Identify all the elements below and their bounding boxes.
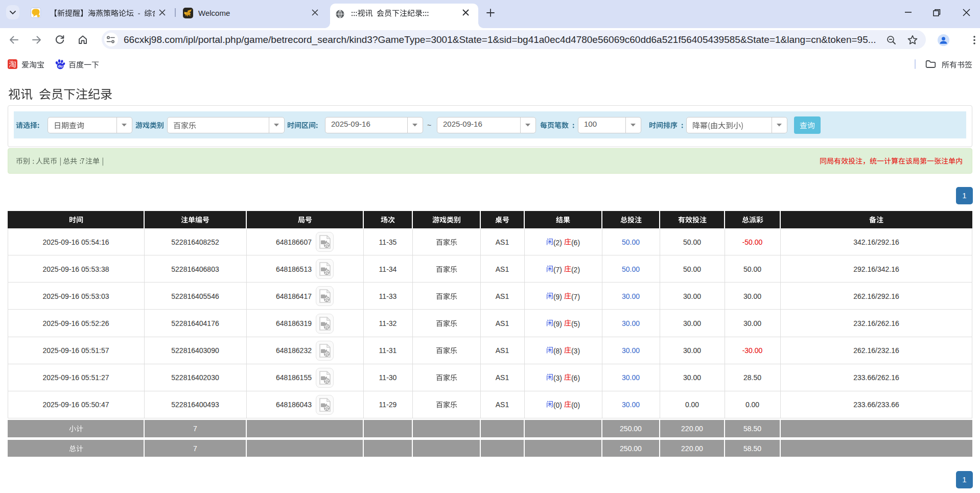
svg-text:du: du [58, 64, 63, 68]
